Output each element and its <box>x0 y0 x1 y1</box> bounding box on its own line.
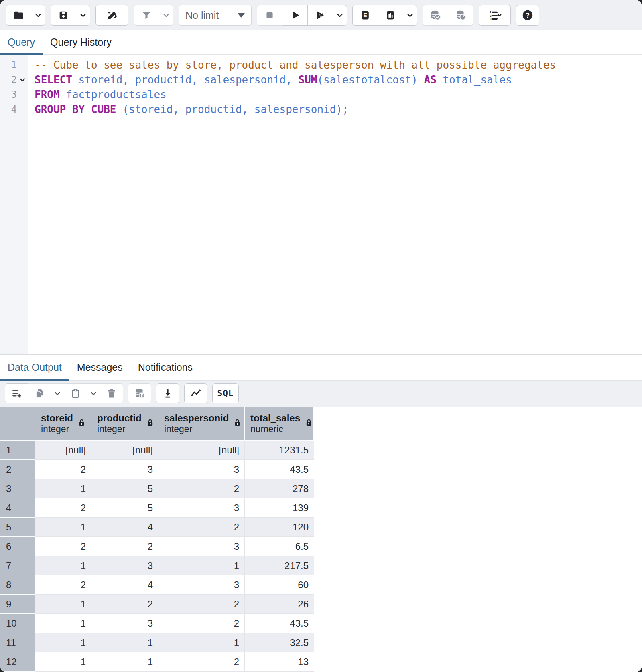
copy-menu-button[interactable] <box>51 383 64 403</box>
data-cell[interactable]: 3 <box>158 537 245 556</box>
data-cell[interactable]: 2 <box>91 537 158 556</box>
download-results-button[interactable] <box>156 383 179 403</box>
data-cell[interactable]: 2 <box>158 652 245 672</box>
data-cell[interactable]: 1 <box>35 633 91 652</box>
delete-row-button[interactable] <box>100 383 123 403</box>
data-cell[interactable]: 120 <box>245 518 314 537</box>
rollback-button[interactable] <box>448 5 473 26</box>
data-cell[interactable]: [null] <box>35 441 91 460</box>
data-cell[interactable]: 1 <box>35 614 91 633</box>
execute-menu-button[interactable] <box>333 5 347 26</box>
data-cell[interactable]: 13 <box>245 652 314 672</box>
row-number-cell[interactable]: 3 <box>0 479 35 498</box>
explain-button[interactable]: E <box>352 5 378 26</box>
select-all-corner-cell[interactable] <box>0 407 35 441</box>
data-cell[interactable]: 2 <box>158 479 245 498</box>
data-cell[interactable]: [null] <box>158 441 245 460</box>
data-cell[interactable]: 2 <box>35 460 91 479</box>
fold-chevron-icon[interactable] <box>19 76 26 83</box>
row-number-cell[interactable]: 10 <box>0 614 35 633</box>
row-number-cell[interactable]: 7 <box>0 556 35 575</box>
data-cell[interactable]: 1 <box>91 633 158 652</box>
data-cell[interactable]: 3 <box>158 575 245 595</box>
data-cell[interactable]: 278 <box>245 479 314 498</box>
data-cell[interactable]: 1 <box>158 556 245 575</box>
data-cell[interactable]: 60 <box>245 575 314 595</box>
tab-messages[interactable]: Messages <box>69 355 130 380</box>
data-cell[interactable]: 3 <box>91 614 158 633</box>
explain-analyze-button[interactable] <box>378 5 403 26</box>
data-cell[interactable]: 5 <box>91 479 158 498</box>
save-file-menu-button[interactable] <box>76 5 90 26</box>
data-cell[interactable]: 1 <box>158 633 245 652</box>
data-cell[interactable]: 1 <box>91 652 158 672</box>
data-cell[interactable]: 43.5 <box>245 614 314 633</box>
row-number-cell[interactable]: 12 <box>0 652 35 672</box>
commit-button[interactable] <box>423 5 448 26</box>
column-header-salespersonid[interactable]: salespersonidinteger <box>158 407 245 441</box>
data-cell[interactable]: 3 <box>158 498 245 518</box>
data-cell[interactable]: 1 <box>35 518 91 537</box>
macros-menu-button[interactable]: 123 <box>479 5 511 26</box>
filter-menu-button[interactable] <box>159 5 173 26</box>
column-header-total_sales[interactable]: total_salesnumeric <box>245 407 314 441</box>
save-data-changes-button[interactable] <box>128 383 151 403</box>
column-header-productid[interactable]: productidinteger <box>91 407 158 441</box>
data-cell[interactable]: 139 <box>245 498 314 518</box>
tab-query[interactable]: Query <box>0 30 43 54</box>
data-cell[interactable]: 32.5 <box>245 633 314 652</box>
tab-notifications[interactable]: Notifications <box>130 355 200 380</box>
add-row-button[interactable] <box>5 383 28 403</box>
data-cell[interactable]: 2 <box>35 575 91 595</box>
data-cell[interactable]: 5 <box>91 498 158 518</box>
editor-code-area[interactable]: -- Cube to see sales by store, product a… <box>28 55 642 354</box>
paste-menu-button[interactable] <box>87 383 100 403</box>
row-number-cell[interactable]: 5 <box>0 518 35 537</box>
data-cell[interactable]: 4 <box>91 575 158 595</box>
visualize-data-button[interactable] <box>184 383 207 403</box>
data-cell[interactable]: 3 <box>158 460 245 479</box>
tab-query-history[interactable]: Query History <box>43 30 119 54</box>
row-number-cell[interactable]: 6 <box>0 537 35 556</box>
explain-menu-button[interactable] <box>403 5 417 26</box>
data-cell[interactable]: 43.5 <box>245 460 314 479</box>
row-number-cell[interactable]: 1 <box>0 441 35 460</box>
cancel-query-button[interactable] <box>257 5 282 26</box>
data-cell[interactable]: 2 <box>35 498 91 518</box>
open-file-button[interactable] <box>6 5 31 26</box>
filter-button[interactable] <box>134 5 159 26</box>
help-button[interactable]: ? <box>516 5 539 26</box>
row-number-cell[interactable]: 2 <box>0 460 35 479</box>
data-cell[interactable]: 1 <box>35 652 91 672</box>
data-cell[interactable]: 6.5 <box>245 537 314 556</box>
row-number-cell[interactable]: 4 <box>0 498 35 518</box>
tab-data-output[interactable]: Data Output <box>0 355 69 380</box>
data-cell[interactable]: 1 <box>35 479 91 498</box>
row-number-cell[interactable]: 9 <box>0 595 35 614</box>
column-header-storeid[interactable]: storeidinteger <box>35 407 91 441</box>
show-sql-button[interactable]: SQL <box>212 383 239 403</box>
data-cell[interactable]: 2 <box>158 595 245 614</box>
data-cell[interactable]: 1231.5 <box>245 441 314 460</box>
data-cell[interactable]: 3 <box>91 556 158 575</box>
open-file-menu-button[interactable] <box>31 5 45 26</box>
data-cell[interactable]: 1 <box>35 595 91 614</box>
row-number-cell[interactable]: 11 <box>0 633 35 652</box>
paste-button[interactable] <box>64 383 87 403</box>
save-file-button[interactable] <box>51 5 76 26</box>
data-cell[interactable]: 2 <box>35 537 91 556</box>
execute-query-button[interactable] <box>282 5 308 26</box>
edit-menu-button[interactable] <box>95 5 128 26</box>
data-cell[interactable]: [null] <box>91 441 158 460</box>
execute-options-button[interactable] <box>307 5 333 26</box>
row-number-cell[interactable]: 8 <box>0 575 35 595</box>
data-cell[interactable]: 2 <box>158 518 245 537</box>
data-cell[interactable]: 2 <box>91 595 158 614</box>
data-cell[interactable]: 4 <box>91 518 158 537</box>
data-cell[interactable]: 2 <box>158 614 245 633</box>
row-limit-select[interactable]: No limit <box>179 5 252 26</box>
copy-button[interactable] <box>28 383 51 403</box>
data-cell[interactable]: 217.5 <box>245 556 314 575</box>
data-cell[interactable]: 26 <box>245 595 314 614</box>
data-cell[interactable]: 1 <box>35 556 91 575</box>
